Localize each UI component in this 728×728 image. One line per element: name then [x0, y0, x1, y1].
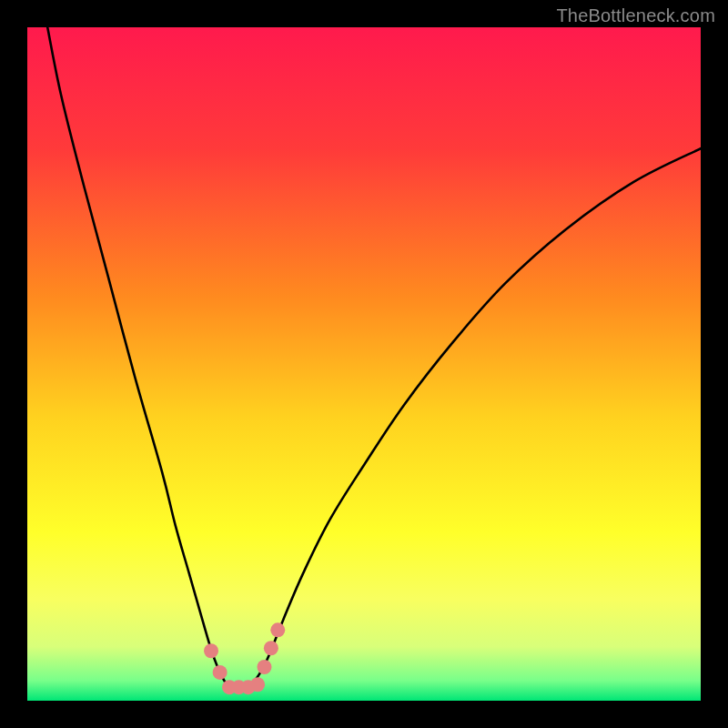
watermark-text: TheBottleneck.com [556, 5, 715, 26]
plot-area [27, 27, 701, 701]
highlight-marker [204, 643, 218, 658]
highlight-marker [264, 641, 278, 655]
chart-svg [27, 27, 701, 701]
highlight-marker [257, 660, 271, 674]
chart-frame: TheBottleneck.com [0, 0, 728, 728]
gradient-background [27, 27, 701, 701]
highlight-marker [250, 677, 265, 692]
highlight-marker [270, 622, 285, 637]
highlight-marker [213, 665, 228, 680]
